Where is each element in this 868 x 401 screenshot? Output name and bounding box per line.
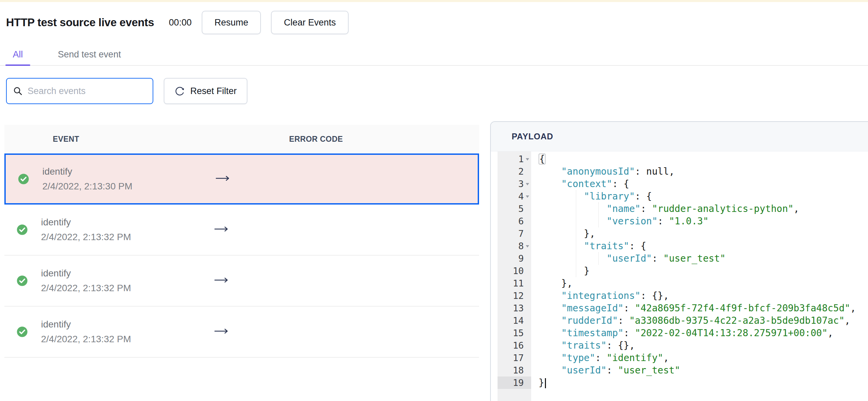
- gutter-cell: 12: [498, 290, 531, 302]
- code-text: "name": "rudder-analytics-python",: [531, 203, 799, 214]
- arrow-right-icon[interactable]: [214, 277, 228, 285]
- code-line: 12 "integrations": {},: [491, 290, 868, 302]
- line-number: 19: [498, 377, 524, 388]
- gutter-cell: 2: [498, 165, 531, 178]
- line-number: 10: [498, 266, 524, 276]
- tab-send-test-event[interactable]: Send test event: [51, 44, 128, 65]
- line-number: 8: [498, 241, 524, 251]
- code-line: 3 "context": {: [491, 178, 868, 190]
- code-line: 19}: [491, 376, 868, 389]
- event-timestamp: 2/4/2022, 2:13:32 PM: [41, 283, 131, 294]
- event-row-selected[interactable]: identify2/4/2022, 2:13:30 PM: [4, 154, 479, 204]
- event-cell: identify2/4/2022, 2:13:32 PM: [41, 319, 131, 344]
- success-check-icon: [17, 326, 28, 337]
- gutter-cell: 4: [498, 190, 531, 202]
- gutter-cell: 13: [498, 302, 531, 314]
- column-header-error-code: ERROR CODE: [289, 125, 343, 154]
- top-accent-strip: [0, 0, 868, 2]
- gutter-cell: 14: [498, 314, 531, 327]
- line-number: 11: [498, 278, 524, 289]
- live-events-page: { "colors": { "accent_purple": "#6e58e8"…: [0, 0, 868, 401]
- code-line: 18 "userId": "user_test": [491, 364, 868, 376]
- event-timestamp: 2/4/2022, 2:13:32 PM: [41, 334, 131, 344]
- event-timestamp: 2/4/2022, 2:13:30 PM: [42, 181, 132, 192]
- reset-filter-button[interactable]: Reset Filter: [164, 78, 247, 104]
- arrow-right-icon[interactable]: [214, 328, 228, 335]
- line-number: 6: [498, 216, 524, 226]
- code-text: "messageId": "42a8695f-72f4-4f9f-bfcf-20…: [531, 303, 856, 314]
- code-text: }: [531, 265, 590, 276]
- clear-events-button[interactable]: Clear Events: [271, 11, 349, 34]
- fold-toggle-icon[interactable]: [524, 182, 531, 186]
- timer-value: 00:00: [169, 18, 192, 28]
- line-number: 15: [498, 328, 524, 338]
- gutter-cell: 11: [498, 277, 531, 290]
- gutter-cell: 18: [498, 364, 531, 376]
- code-line: 16 "traits": {},: [491, 339, 868, 352]
- payload-panel-header: PAYLOAD: [491, 122, 868, 152]
- line-number: 17: [498, 353, 524, 363]
- search-box[interactable]: [6, 78, 153, 104]
- gutter-cell: 19: [498, 376, 531, 389]
- code-line: 9 "userId": "user_test": [491, 252, 868, 265]
- tab-all[interactable]: All: [5, 44, 30, 65]
- arrow-right-icon[interactable]: [214, 226, 228, 233]
- line-number: 2: [498, 166, 524, 177]
- payload-title: PAYLOAD: [512, 132, 553, 141]
- code-line: 11 },: [491, 277, 868, 290]
- gutter-cell: 3: [498, 178, 531, 190]
- gutter-cell: 8: [498, 240, 531, 252]
- line-number: 12: [498, 291, 524, 301]
- content-area: EVENT ERROR CODE identify2/4/2022, 2:13:…: [0, 104, 868, 400]
- code-line: 13 "messageId": "42a8695f-72f4-4f9f-bfcf…: [491, 302, 868, 314]
- code-text: }: [531, 377, 546, 388]
- reset-filter-label: Reset Filter: [190, 86, 237, 96]
- code-text: "integrations": {},: [531, 290, 669, 301]
- fold-toggle-icon[interactable]: [524, 195, 531, 198]
- gutter-cell: 7: [498, 227, 531, 240]
- code-text: "anonymousId": null,: [531, 166, 675, 177]
- refresh-icon: [175, 86, 185, 96]
- code-line: 4 "library": {: [491, 190, 868, 202]
- resume-button[interactable]: Resume: [202, 11, 261, 34]
- search-icon: [13, 86, 23, 96]
- fold-toggle-icon[interactable]: [524, 158, 531, 161]
- event-row[interactable]: identify2/4/2022, 2:13:32 PM: [4, 256, 479, 307]
- event-row[interactable]: identify2/4/2022, 2:13:32 PM: [4, 204, 479, 256]
- gutter-cell: 5: [498, 202, 531, 215]
- line-number: 1: [498, 154, 524, 164]
- event-name: identify: [41, 319, 131, 330]
- line-number: 7: [498, 228, 524, 239]
- event-cell: identify2/4/2022, 2:13:32 PM: [41, 268, 131, 294]
- payload-json-editor[interactable]: 1{2 "anonymousId": null,3 "context": {4 …: [491, 152, 868, 401]
- gutter-cell: 9: [498, 252, 531, 265]
- page-header: HTTP test source live events 00:00 Resum…: [6, 11, 868, 34]
- line-number: 5: [498, 203, 524, 214]
- code-text: "traits": {: [531, 240, 646, 252]
- events-table-header: EVENT ERROR CODE: [4, 125, 479, 154]
- arrow-right-icon[interactable]: [216, 175, 229, 183]
- text-cursor: [545, 378, 546, 388]
- gutter-cell: 15: [498, 327, 531, 339]
- code-line: 10 }: [491, 265, 868, 277]
- gutter-cell: 17: [498, 352, 531, 364]
- tab-bar: All Send test event: [0, 44, 868, 66]
- code-line: 14 "rudderId": "a33086db-9375-4c22-a2a3-…: [491, 314, 868, 327]
- filter-row: Reset Filter: [0, 78, 868, 104]
- search-input[interactable]: [28, 86, 147, 96]
- gutter-cell: 10: [498, 265, 531, 277]
- event-row[interactable]: identify2/4/2022, 2:13:32 PM: [4, 307, 479, 358]
- code-text: "traits": {},: [531, 340, 635, 351]
- event-name: identify: [41, 268, 131, 279]
- code-text: "rudderId": "a33086db-9375-4c22-a2a3-b5d…: [531, 315, 850, 326]
- fold-toggle-icon[interactable]: [524, 244, 531, 247]
- success-check-icon: [17, 275, 28, 287]
- page-title: HTTP test source live events: [6, 16, 154, 29]
- line-number: 14: [498, 315, 524, 326]
- column-header-event: EVENT: [53, 125, 79, 154]
- event-cell: identify2/4/2022, 2:13:32 PM: [41, 217, 131, 242]
- gutter-cell: 6: [498, 215, 531, 227]
- code-line: 7 },: [491, 227, 868, 240]
- code-text: "timestamp": "2022-02-04T14:13:28.275971…: [531, 328, 833, 338]
- line-number: 4: [498, 191, 524, 201]
